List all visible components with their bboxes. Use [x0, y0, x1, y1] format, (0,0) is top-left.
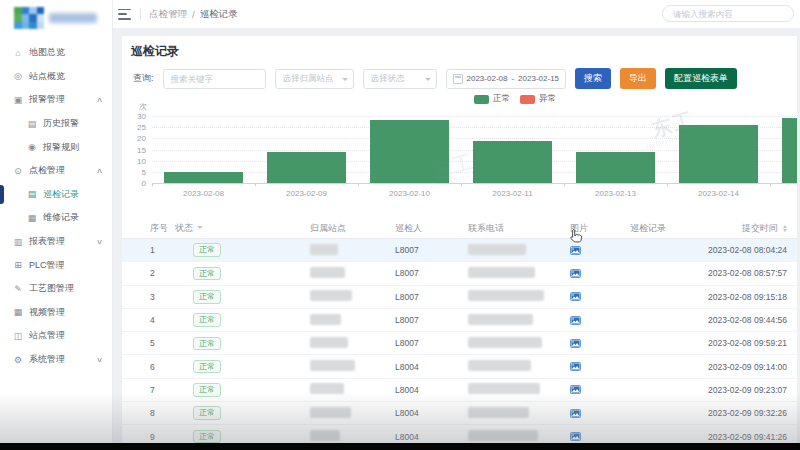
sidebar-item[interactable]: ✎工艺图管理: [0, 277, 112, 301]
image-thumbnail-icon[interactable]: [570, 292, 581, 301]
video-management-icon: ▦: [12, 307, 24, 317]
station-select-placeholder: 选择归属站点: [283, 73, 334, 85]
image-thumbnail-icon[interactable]: [570, 409, 581, 418]
repair-record-icon: ▦: [26, 213, 38, 223]
sidebar-item[interactable]: ⌂地图总览: [0, 41, 112, 65]
column-header-label: 归属站点: [310, 222, 346, 235]
map-overview-icon: ⌂: [12, 48, 24, 58]
inspection-bar-chart: 正常异常 次 0510152025302023-02-082023-02-092…: [122, 93, 797, 211]
station-select[interactable]: 选择归属站点: [275, 69, 354, 89]
sidebar-item[interactable]: ◉报警规则: [0, 135, 112, 159]
sidebar-item[interactable]: ⊙点检管理∧: [0, 159, 112, 183]
sidebar-item[interactable]: ▤巡检记录: [0, 183, 112, 207]
inspector-cell: L8004: [395, 432, 468, 442]
sidebar-item-label: 巡检记录: [43, 188, 79, 201]
table-row: 3正常L80072023-02-08 09:15:18: [122, 286, 797, 309]
x-axis-tick-label: 2023-02-08: [152, 189, 255, 198]
chart-bar: [370, 120, 449, 183]
chevron-up-icon: ∧: [96, 167, 103, 175]
sidebar-item[interactable]: ▦视频管理: [0, 301, 112, 325]
sidebar-item[interactable]: ⚙系统管理∨: [0, 348, 112, 372]
status-cell: 正常: [175, 337, 310, 351]
submit-time: 2023-02-09 09:41:26: [707, 432, 787, 442]
chart-gridline: [152, 116, 797, 117]
configure-inspection-form-button[interactable]: 配置巡检表单: [665, 68, 737, 89]
date-range-picker[interactable]: 2023-02-08 - 2023-02-15: [446, 69, 567, 89]
inspector-cell: L8007: [395, 245, 468, 255]
column-header-label: 巡检人: [395, 222, 422, 235]
row-number: 9: [150, 432, 175, 442]
station-redacted-blur: [310, 360, 355, 371]
station-redacted-blur: [310, 290, 352, 301]
status-cell: 正常: [175, 290, 310, 304]
station-redacted-blur: [310, 244, 338, 255]
keyword-input[interactable]: [163, 69, 266, 89]
image-cell: [570, 432, 630, 441]
chevron-down-icon: [425, 78, 431, 84]
x-axis-tick: [564, 183, 565, 186]
export-button[interactable]: 导出: [620, 68, 656, 89]
image-cell: [570, 316, 630, 325]
status-badge: 正常: [193, 267, 221, 281]
sidebar-item[interactable]: ▥报表管理∨: [0, 230, 112, 254]
legend-item-abnormal[interactable]: 异常: [520, 93, 556, 105]
y-axis-tick-label: 5: [122, 168, 146, 177]
chart-bar: [473, 141, 552, 183]
sidebar-item[interactable]: ◎站点概览: [0, 65, 112, 89]
station-cell: [310, 267, 395, 280]
global-search-input[interactable]: [662, 5, 794, 22]
chevron-down-icon: [342, 78, 348, 84]
collapse-sidebar-icon[interactable]: [118, 9, 131, 20]
image-thumbnail-icon[interactable]: [570, 269, 581, 278]
legend-swatch: [520, 95, 535, 104]
table-row: 1正常L80072023-02-08 08:04:24: [122, 239, 797, 262]
inspection-record-icon: ▤: [26, 189, 38, 199]
table-row: 2正常L80072023-02-08 08:57:57: [122, 262, 797, 285]
sidebar-item[interactable]: ▤历史报警: [0, 112, 112, 136]
image-thumbnail-icon[interactable]: [570, 362, 581, 371]
submit-time: 2023-02-09 09:32:26: [707, 408, 787, 418]
submit-time: 2023-02-09 09:14:00: [707, 362, 787, 372]
column-header-8[interactable]: 提交时间: [707, 222, 787, 235]
legend-item-normal[interactable]: 正常: [474, 93, 510, 105]
sidebar: ⌂地图总览◎站点概览▣报警管理∧▤历史报警◉报警规则⊙点检管理∧▤巡检记录▦维修…: [0, 0, 113, 443]
x-axis-tick-label: 2023-02-11: [461, 189, 564, 198]
app-logo-text-redacted: [49, 13, 97, 23]
status-cell: 正常: [175, 243, 310, 257]
column-header-2[interactable]: 状态: [175, 222, 310, 235]
inspector-cell: L8004: [395, 408, 468, 418]
image-thumbnail-icon[interactable]: [570, 432, 581, 441]
y-axis-tick-label: 30: [122, 112, 146, 121]
station-cell: [310, 360, 395, 373]
search-button[interactable]: 搜索: [575, 68, 611, 89]
date-end: 2023-02-15: [518, 74, 559, 83]
x-axis-tick-label: 2023-02-13: [564, 189, 667, 198]
x-axis-tick: [255, 183, 256, 186]
column-header-4: 巡检人: [395, 222, 468, 235]
sidebar-item[interactable]: ◫站点管理: [0, 324, 112, 348]
image-thumbnail-icon[interactable]: [570, 339, 581, 348]
sidebar-item-label: 工艺图管理: [29, 282, 74, 295]
image-thumbnail-icon[interactable]: [570, 385, 581, 394]
x-axis-line: [152, 183, 797, 184]
sidebar-item[interactable]: ▣报警管理∧: [0, 88, 112, 112]
sort-caret-down-icon[interactable]: [197, 226, 203, 232]
date-start: 2023-02-08: [467, 74, 508, 83]
sort-updown-icon[interactable]: [783, 223, 787, 234]
y-axis-unit-label: 次: [139, 101, 147, 112]
phone-redacted-blur: [468, 407, 529, 418]
phone-cell: [468, 407, 570, 420]
sidebar-item[interactable]: ▦维修记录: [0, 206, 112, 230]
status-select[interactable]: 选择状态: [363, 69, 437, 89]
row-number: 1: [150, 245, 175, 255]
table-row: 7正常L80042023-02-09 09:23:07: [122, 379, 797, 402]
image-cell: [570, 246, 630, 255]
table-row: 5正常L80072023-02-08 09:59:21: [122, 332, 797, 355]
alarm-management-icon: ▣: [12, 95, 24, 105]
image-thumbnail-icon[interactable]: [570, 246, 581, 255]
sidebar-item[interactable]: ⊞PLC管理: [0, 253, 112, 277]
phone-cell: [468, 267, 570, 280]
phone-redacted-blur: [468, 337, 542, 348]
image-thumbnail-icon[interactable]: [570, 316, 581, 325]
status-badge: 正常: [193, 243, 221, 257]
